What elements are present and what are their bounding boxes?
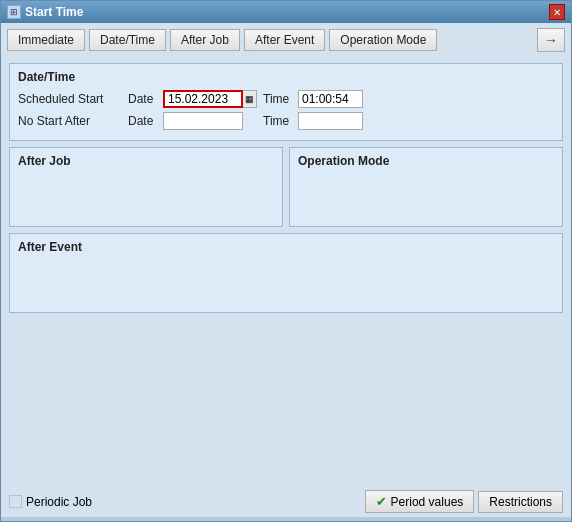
check-icon: ✔ — [376, 494, 387, 509]
close-button[interactable]: ✕ — [549, 4, 565, 20]
period-values-label: Period values — [391, 495, 464, 509]
no-start-after-row: No Start After Date Time — [18, 112, 554, 130]
scheduled-start-time-input[interactable] — [298, 90, 363, 108]
after-job-title: After Job — [18, 154, 274, 168]
content-area: Date/Time Scheduled Start Date ▦ Time No… — [1, 57, 571, 486]
restrictions-button[interactable]: Restrictions — [478, 491, 563, 513]
scheduled-start-row: Scheduled Start Date ▦ Time — [18, 90, 554, 108]
title-bar: ⊞ Start Time ✕ — [1, 1, 571, 23]
datetime-section: Date/Time Scheduled Start Date ▦ Time No… — [9, 63, 563, 141]
after-event-section: After Event — [9, 233, 563, 313]
no-start-after-date-input[interactable] — [163, 112, 243, 130]
window-title: Start Time — [25, 5, 83, 19]
toolbar: Immediate Date/Time After Job After Even… — [1, 23, 571, 57]
scheduled-start-date-input[interactable] — [163, 90, 243, 108]
footer-bar — [1, 517, 571, 521]
no-start-after-label: No Start After — [18, 114, 128, 128]
arrow-button[interactable]: → — [537, 28, 565, 52]
after-job-button[interactable]: After Job — [170, 29, 240, 51]
datetime-button[interactable]: Date/Time — [89, 29, 166, 51]
title-bar-left: ⊞ Start Time — [7, 5, 83, 19]
bottom-buttons: ✔ Period values Restrictions — [365, 490, 563, 513]
operation-mode-button[interactable]: Operation Mode — [329, 29, 437, 51]
datetime-section-title: Date/Time — [18, 70, 554, 84]
periodic-job-check: Periodic Job — [9, 495, 92, 509]
operation-mode-title: Operation Mode — [298, 154, 554, 168]
operation-mode-section: Operation Mode — [289, 147, 563, 227]
restrictions-label: Restrictions — [489, 495, 552, 509]
time-label-1: Time — [263, 92, 298, 106]
after-event-title: After Event — [18, 240, 554, 254]
no-start-after-time-input[interactable] — [298, 112, 363, 130]
time-label-2: Time — [263, 114, 298, 128]
periodic-job-checkbox[interactable] — [9, 495, 22, 508]
window-icon: ⊞ — [7, 5, 21, 19]
periodic-job-label: Periodic Job — [26, 495, 92, 509]
date-label-2: Date — [128, 114, 163, 128]
bottom-row: Periodic Job ✔ Period values Restriction… — [1, 486, 571, 517]
after-event-button[interactable]: After Event — [244, 29, 325, 51]
middle-row: After Job Operation Mode — [9, 147, 563, 227]
date-label-1: Date — [128, 92, 163, 106]
after-job-section: After Job — [9, 147, 283, 227]
scheduled-start-label: Scheduled Start — [18, 92, 128, 106]
immediate-button[interactable]: Immediate — [7, 29, 85, 51]
calendar-icon[interactable]: ▦ — [243, 90, 257, 108]
period-values-button[interactable]: ✔ Period values — [365, 490, 475, 513]
main-window: ⊞ Start Time ✕ Immediate Date/Time After… — [0, 0, 572, 522]
